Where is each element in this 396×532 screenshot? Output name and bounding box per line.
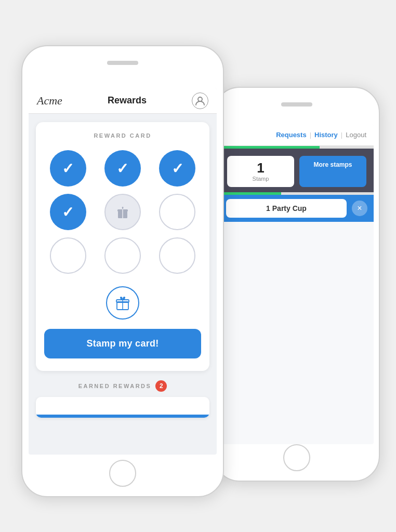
- stamp-7: [50, 237, 86, 274]
- earned-rewards-badge: 2: [155, 380, 167, 392]
- party-cup-button[interactable]: 1 Party Cup: [226, 199, 347, 218]
- stamp-grid: ✓ ✓ ✓ ✓: [44, 150, 201, 274]
- more-stamps-button[interactable]: More stamps: [299, 156, 366, 187]
- earned-rewards-section: EARNED REWARDS 2: [36, 380, 209, 392]
- front-phone: Acme Rewards REWARD CARD: [21, 45, 224, 497]
- nav-requests-link[interactable]: Requests: [276, 131, 307, 139]
- back-progress-bar-1: [220, 146, 374, 149]
- back-stamp-row: 1 Stamp More stamps: [220, 149, 374, 192]
- front-header: Acme Rewards: [29, 88, 217, 114]
- back-phone-screen: Requests | History | Logout 1 Stamp More…: [220, 124, 374, 444]
- stamp-check-icon-3: ✓: [171, 160, 183, 177]
- reward-card-title: REWARD CARD: [44, 132, 201, 139]
- reward-peek-bar: [36, 415, 209, 418]
- more-stamps-label: More stamps: [303, 161, 362, 169]
- stamp-5-gift: [104, 194, 141, 230]
- reward-peek-item: [36, 397, 209, 418]
- reward-card: REWARD CARD ✓ ✓ ✓: [36, 122, 209, 371]
- party-cup-close-button[interactable]: ×: [352, 201, 367, 216]
- front-phone-home-button[interactable]: [109, 460, 136, 487]
- brand-logo: Acme: [37, 94, 62, 108]
- back-progress-fill-1: [220, 146, 320, 149]
- back-body-empty: [220, 222, 374, 315]
- stamp-2: ✓: [104, 150, 141, 187]
- party-cup-row: 1 Party Cup ×: [220, 195, 374, 222]
- back-progress-fill-2: [220, 192, 281, 195]
- gift-center-area: [44, 286, 201, 320]
- stamp-1: ✓: [50, 150, 86, 187]
- user-avatar-icon[interactable]: [192, 92, 208, 109]
- stamp-6: [159, 194, 195, 230]
- earned-rewards-label: EARNED REWARDS: [78, 383, 152, 389]
- back-phone-speaker: [281, 102, 312, 107]
- stamp-3: ✓: [159, 150, 195, 187]
- gift-svg-icon: [115, 295, 130, 311]
- back-progress-bar-2: [220, 192, 374, 195]
- stamp-4: ✓: [50, 194, 86, 230]
- stamp-check-icon-1: ✓: [62, 160, 74, 177]
- back-nav-bar: Requests | History | Logout: [220, 124, 374, 146]
- stamp-count-box: 1 Stamp: [227, 156, 294, 187]
- front-phone-speaker: [107, 61, 138, 65]
- nav-history-link[interactable]: History: [314, 131, 338, 139]
- stamp-9: [159, 237, 195, 274]
- back-phone: Requests | History | Logout 1 Stamp More…: [214, 87, 380, 482]
- stamp-count-label: Stamp: [231, 176, 290, 182]
- nav-logout-link[interactable]: Logout: [346, 131, 366, 139]
- front-phone-screen: Acme Rewards REWARD CARD: [29, 88, 217, 455]
- front-body: REWARD CARD ✓ ✓ ✓: [29, 114, 217, 426]
- gift-outline-icon: [106, 286, 139, 320]
- svg-point-0: [198, 97, 202, 101]
- gift-icon-small: [116, 205, 129, 219]
- stamp-8: [104, 237, 141, 274]
- page-title: Rewards: [108, 95, 147, 106]
- scene: Requests | History | Logout 1 Stamp More…: [16, 19, 380, 513]
- back-phone-home-button[interactable]: [283, 444, 310, 471]
- stamp-check-icon-4: ✓: [62, 204, 74, 221]
- stamp-my-card-button[interactable]: Stamp my card!: [44, 329, 201, 358]
- stamp-check-icon-2: ✓: [116, 160, 128, 177]
- nav-sep2: |: [341, 131, 342, 139]
- stamp-count-number: 1: [231, 161, 290, 175]
- nav-sep1: |: [310, 131, 311, 139]
